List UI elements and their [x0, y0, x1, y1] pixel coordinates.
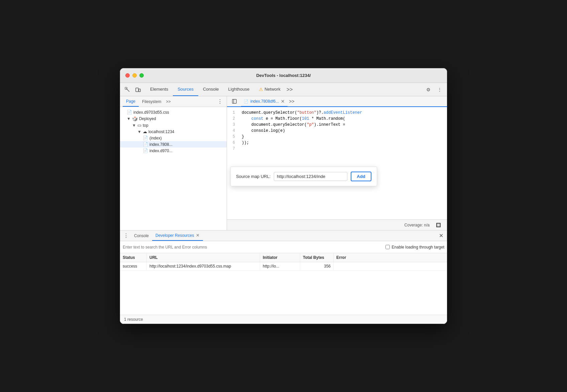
- source-map-popup: Source map URL: Add: [230, 167, 377, 186]
- code-line-7: 7: [227, 146, 447, 152]
- svg-line-1: [126, 88, 129, 92]
- code-line-4: 4 console.log(e): [227, 128, 447, 134]
- tab-network[interactable]: ⚠ Network: [254, 83, 285, 96]
- window-title: DevTools - localhost:1234/: [256, 73, 311, 78]
- resources-count: 1 resource: [124, 317, 143, 322]
- row-initiator: http://lo...: [260, 262, 300, 270]
- row-total-bytes: 356: [300, 262, 334, 270]
- list-item[interactable]: 📄 index.d9703d55.css: [120, 109, 227, 115]
- panel-more[interactable]: >>: [166, 99, 171, 104]
- tab-sources[interactable]: Sources: [173, 83, 198, 96]
- toolbar-right: ⚙ ⋮: [421, 85, 444, 94]
- col-url: URL: [147, 253, 260, 262]
- settings-icon: ⚙: [426, 87, 431, 92]
- source-map-url-input[interactable]: [274, 172, 347, 181]
- row-status: success: [120, 262, 147, 270]
- file-tree: 📄 index.d9703d55.css ▼ 🎲 Deployed ▼ ▭ to…: [120, 107, 227, 230]
- devtools-window: DevTools - localhost:1234/ Elements: [120, 68, 447, 324]
- tab-source-file[interactable]: 📄 index.7808df6... ✕: [241, 97, 288, 107]
- drawer-tab-close-button[interactable]: ✕: [196, 233, 200, 238]
- tab-lighthouse[interactable]: Lighthouse: [224, 83, 254, 96]
- tab-elements[interactable]: Elements: [145, 83, 173, 96]
- enable-loading-checkbox[interactable]: [385, 245, 390, 249]
- dev-resources-toolbar: Enable loading through target: [120, 241, 447, 253]
- css-file-icon: 📄: [127, 110, 132, 115]
- panel-tabs: Page Filesystem >> ⋮: [120, 96, 227, 107]
- svg-rect-2: [136, 88, 138, 92]
- source-file-icon: 📄: [244, 99, 248, 104]
- source-editor: 1 document.querySelector("button")?.addE…: [227, 107, 447, 219]
- table-header: Status URL Initiator Total Bytes Error: [120, 253, 447, 262]
- row-error: [334, 262, 447, 270]
- drawer-close-button[interactable]: ✕: [436, 231, 446, 240]
- table-footer: 1 resource: [120, 315, 447, 324]
- source-map-add-button[interactable]: Add: [351, 172, 371, 181]
- row-url: http://localhost:1234/index.d9703d55.css…: [147, 262, 260, 270]
- sources-sidebar-toggle[interactable]: [230, 97, 239, 106]
- minimize-button[interactable]: [132, 73, 137, 78]
- source-tab-close-button[interactable]: ✕: [281, 99, 285, 104]
- panel-menu-button[interactable]: ⋮: [216, 98, 224, 106]
- localhost-folder-icon: ▼: [137, 129, 141, 134]
- source-tabs: 📄 index.7808df6... ✕ >>: [227, 96, 447, 107]
- js-file-icon: 📄: [143, 142, 148, 147]
- left-panel: Page Filesystem >> ⋮ 📄 index.d9703d55.cs…: [120, 96, 227, 230]
- titlebar: DevTools - localhost:1234/: [120, 68, 447, 83]
- svg-rect-3: [139, 89, 140, 92]
- enable-loading-option: Enable loading through target: [385, 245, 444, 250]
- tab-drawer-console[interactable]: Console: [131, 230, 152, 241]
- svg-rect-4: [232, 99, 236, 103]
- toolbar-icons: [123, 85, 145, 94]
- toolbar-tabs: Elements Sources Console Lighthouse ⚠ Ne…: [145, 83, 421, 96]
- table-row[interactable]: success http://localhost:1234/index.d970…: [120, 262, 447, 271]
- code-line-2: 2 const e = Math.floor(101 * Math.random…: [227, 116, 447, 122]
- source-map-label: Source map URL:: [236, 174, 270, 179]
- main-toolbar: Elements Sources Console Lighthouse ⚠ Ne…: [120, 83, 447, 96]
- list-item[interactable]: ▼ 🎲 Deployed: [120, 115, 227, 122]
- code-line-6: 6 ));: [227, 140, 447, 146]
- deployed-folder-icon: ▼: [127, 116, 131, 121]
- col-total-bytes: Total Bytes: [300, 253, 334, 262]
- col-error: Error: [334, 253, 447, 262]
- tab-console[interactable]: Console: [198, 83, 224, 96]
- settings-button[interactable]: ⚙: [424, 85, 433, 94]
- drawer-menu-button[interactable]: ⋮: [121, 231, 131, 240]
- top-folder-icon: ▼: [132, 123, 136, 128]
- devtools-body: Page Filesystem >> ⋮ 📄 index.d9703d55.cs…: [120, 96, 447, 324]
- cube-icon: 🎲: [132, 116, 138, 121]
- css-file2-icon: 📄: [143, 148, 148, 153]
- list-item[interactable]: 📄 index.7808...: [120, 141, 227, 148]
- dots-icon: ⋮: [437, 87, 442, 92]
- drawer-menu-icon: ⋮: [123, 232, 129, 239]
- source-tab-more[interactable]: >>: [289, 99, 294, 104]
- enable-loading-label: Enable loading through target: [392, 245, 444, 250]
- list-item[interactable]: 📄 (index): [120, 135, 227, 141]
- device-toggle-icon[interactable]: [133, 85, 143, 94]
- col-status: Status: [120, 253, 147, 262]
- drawer-tabs: ⋮ Console Developer Resources ✕ ✕: [120, 230, 447, 241]
- list-item[interactable]: ▼ ☁ localhost:1234: [120, 128, 227, 135]
- toolbar-more-tabs[interactable]: >>: [285, 87, 294, 93]
- maximize-button[interactable]: [139, 73, 144, 78]
- tab-page[interactable]: Page: [123, 96, 139, 107]
- coverage-label: Coverage: n/a: [405, 223, 430, 227]
- tab-drawer-dev-resources[interactable]: Developer Resources ✕: [152, 230, 203, 241]
- list-item[interactable]: ▼ ▭ top: [120, 122, 227, 128]
- bottom-toolbar: Coverage: n/a 🔲: [227, 219, 447, 230]
- coverage-icon-button[interactable]: 🔲: [434, 220, 443, 230]
- tab-filesystem[interactable]: Filesystem: [139, 96, 164, 107]
- col-initiator: Initiator: [260, 253, 300, 262]
- drawer: ⋮ Console Developer Resources ✕ ✕: [120, 230, 447, 324]
- list-item[interactable]: 📄 index.d970...: [120, 148, 227, 154]
- devtools-main: Page Filesystem >> ⋮ 📄 index.d9703d55.cs…: [120, 96, 447, 230]
- dev-resources: Enable loading through target Status URL…: [120, 241, 447, 324]
- dev-resources-search-input[interactable]: [123, 245, 381, 250]
- close-button[interactable]: [125, 73, 130, 78]
- traffic-lights: [125, 73, 144, 78]
- inspect-icon[interactable]: [123, 85, 132, 94]
- index-file-icon: 📄: [143, 135, 148, 140]
- code-line-1: 1 document.querySelector("button")?.addE…: [227, 110, 447, 116]
- more-menu-button[interactable]: ⋮: [435, 85, 444, 94]
- frame-icon: ▭: [137, 123, 141, 128]
- warning-icon: ⚠: [259, 87, 263, 92]
